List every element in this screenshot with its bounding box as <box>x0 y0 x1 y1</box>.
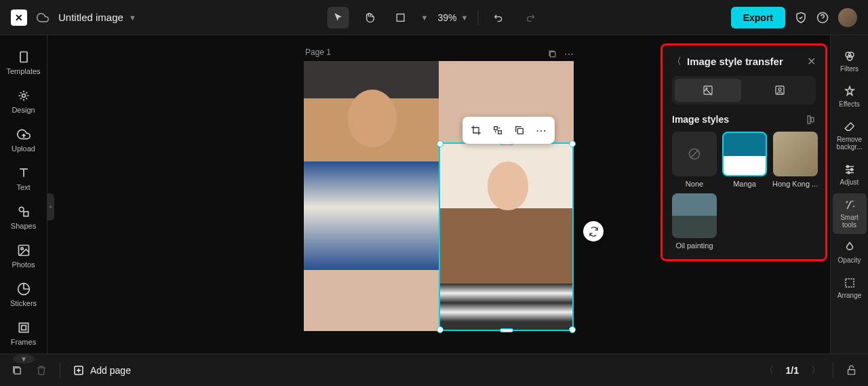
style-transfer-panel: 〈 Image style transfer ✕ Image styles No… <box>660 43 827 261</box>
top-bar: ✕ Untitled image ▼ ▼ 39% ▼ Export <box>0 0 868 35</box>
rsidebar-label: Effects <box>839 100 859 108</box>
duplicate-page-icon[interactable] <box>547 49 557 60</box>
frame-chevron-icon[interactable]: ▼ <box>421 14 429 22</box>
canvas-page[interactable] <box>304 61 574 331</box>
back-icon[interactable]: 〈 <box>672 56 682 68</box>
rsidebar-item-effects[interactable]: Effects <box>833 80 867 113</box>
right-image[interactable] <box>439 142 574 331</box>
prev-page-icon[interactable]: 〈 <box>764 364 774 377</box>
rsidebar-item-arrange[interactable]: Arrange <box>833 271 867 305</box>
filters-icon <box>844 50 856 62</box>
more-button[interactable]: ⋯ <box>532 121 551 140</box>
style-thumb-oil <box>672 193 717 238</box>
style-label: Manga <box>733 180 756 188</box>
sidebar-item-upload[interactable]: Upload <box>3 122 45 158</box>
lock-icon[interactable] <box>846 364 857 376</box>
svg-point-17 <box>846 166 848 168</box>
add-page-label: Add page <box>90 365 131 376</box>
panel-subheader: Image styles <box>672 114 816 125</box>
redo-button[interactable] <box>519 7 540 28</box>
rsidebar-label: Filters <box>840 65 859 73</box>
svg-rect-10 <box>550 52 555 57</box>
aspect-icon[interactable] <box>806 115 816 125</box>
magic-icon <box>844 199 856 211</box>
sidebar-item-text[interactable]: Text <box>3 161 45 197</box>
svg-point-22 <box>706 88 707 89</box>
style-thumb-manga <box>722 132 767 176</box>
svg-rect-30 <box>848 370 855 374</box>
svg-point-19 <box>848 172 850 174</box>
sidebar-label: Upload <box>12 144 35 153</box>
sidebar-label: Stickers <box>10 299 37 307</box>
style-none[interactable]: None <box>672 132 717 188</box>
zoom-control[interactable]: 39% ▼ <box>437 12 468 23</box>
rsidebar-label: Opacity <box>838 256 861 264</box>
undo-button[interactable] <box>488 7 509 28</box>
sidebar-label: Shapes <box>11 222 36 230</box>
user-avatar[interactable] <box>838 8 857 27</box>
next-page-icon[interactable]: 〉 <box>811 364 821 377</box>
tab-image[interactable] <box>675 79 741 102</box>
tab-reference[interactable] <box>747 79 813 102</box>
page-label: Page 1 <box>304 47 331 57</box>
delete-icon[interactable] <box>35 364 47 377</box>
bottom-bar: Add page 〈 1/1 〉 <box>0 353 868 386</box>
export-button[interactable]: Export <box>731 7 785 28</box>
regenerate-button[interactable] <box>583 221 604 242</box>
page-more-icon[interactable]: ⋯ <box>564 49 574 60</box>
frames-icon <box>17 321 31 334</box>
topbar-left: ✕ Untitled image ▼ <box>11 9 136 26</box>
style-manga[interactable]: Manga <box>722 132 767 188</box>
hand-tool[interactable] <box>359 7 380 28</box>
replace-button[interactable] <box>488 121 507 140</box>
style-label: None <box>686 180 703 188</box>
pointer-tool[interactable] <box>328 7 349 28</box>
style-label: Hong Kong ... <box>772 180 818 188</box>
sidebar-item-photos[interactable]: Photos <box>3 238 45 274</box>
sidebar-label: Design <box>12 106 35 114</box>
crop-button[interactable] <box>467 121 486 140</box>
style-hongkong[interactable]: Hong Kong ... <box>772 132 818 188</box>
svg-rect-25 <box>808 115 810 123</box>
pages-icon[interactable] <box>11 364 23 377</box>
sidebar-item-stickers[interactable]: Stickers <box>3 277 45 313</box>
rsidebar-item-remove-bg[interactable]: Remove backgr... <box>833 115 867 156</box>
svg-point-16 <box>847 56 852 61</box>
add-page-button[interactable]: Add page <box>73 364 131 377</box>
sidebar-item-templates[interactable]: Templates <box>3 45 45 81</box>
arrange-icon <box>844 277 856 289</box>
left-image[interactable] <box>304 61 439 270</box>
eraser-icon <box>844 121 856 133</box>
style-thumb-hongkong <box>773 132 818 176</box>
close-icon[interactable]: ✕ <box>807 55 816 68</box>
style-oilpainting[interactable]: Oil painting <box>672 193 717 250</box>
title-text: Untitled image <box>58 12 123 23</box>
panel-header: 〈 Image style transfer ✕ <box>672 55 816 68</box>
sidebar-label: Templates <box>6 67 40 75</box>
rsidebar-item-filters[interactable]: Filters <box>833 45 867 78</box>
rsidebar-item-adjust[interactable]: Adjust <box>833 158 867 191</box>
svg-rect-13 <box>517 128 523 134</box>
frame-tool[interactable] <box>390 7 412 28</box>
sidebar-item-design[interactable]: Design <box>3 83 45 119</box>
help-icon[interactable] <box>816 12 829 24</box>
rsidebar-item-smart-tools[interactable]: Smart tools <box>833 193 867 234</box>
text-icon <box>17 166 31 180</box>
bottombar-right: 〈 1/1 〉 <box>764 363 857 378</box>
separator <box>477 10 478 25</box>
sidebar-item-shapes[interactable]: Shapes <box>3 199 45 235</box>
copy-button[interactable] <box>510 121 529 140</box>
app-logo[interactable]: ✕ <box>11 9 27 26</box>
topbar-right: Export <box>731 7 857 28</box>
opacity-icon <box>844 242 856 254</box>
rsidebar-item-opacity[interactable]: Opacity <box>833 236 867 269</box>
svg-point-18 <box>850 169 852 171</box>
document-title[interactable]: Untitled image ▼ <box>58 12 136 23</box>
photos-icon <box>17 244 31 257</box>
page-counter: 1/1 <box>786 365 799 376</box>
shield-icon[interactable] <box>795 12 807 24</box>
panel-title: Image style transfer <box>687 56 802 67</box>
svg-rect-5 <box>24 212 28 216</box>
sidebar-item-frames[interactable]: Frames <box>3 315 45 351</box>
cloud-icon[interactable] <box>37 12 49 24</box>
